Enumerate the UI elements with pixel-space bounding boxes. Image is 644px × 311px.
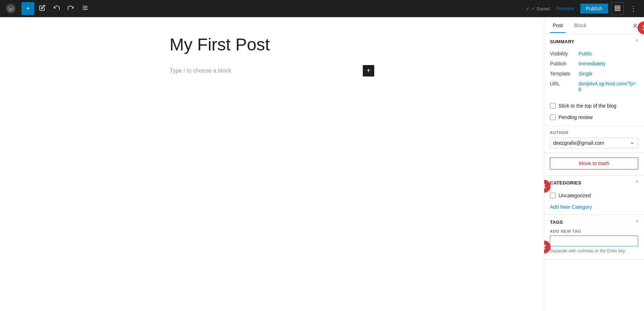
author-section-label: AUTHOR (550, 130, 638, 135)
undo-icon (53, 5, 60, 13)
preview-button[interactable]: Preview (552, 4, 577, 14)
tags-section: Tags ^ ADD NEW TAG Separate with commas … (544, 215, 644, 260)
summary-header[interactable]: Summary ^ (544, 34, 644, 49)
visibility-value[interactable]: Public (579, 51, 592, 56)
editor-area: My First Post Type / to choose a block + (0, 17, 544, 311)
block-placeholder[interactable]: Type / to choose a block + (170, 64, 374, 78)
categories-body: Uncategorized Add New Category (544, 190, 644, 214)
tags-header[interactable]: Tags ^ (544, 215, 644, 229)
pending-label[interactable]: Pending review (558, 114, 593, 120)
trash-section: Move to trash (544, 153, 644, 176)
url-row: URL donjetv4.sg-host.com/?p=8 (550, 79, 638, 94)
categories-collapse-icon: ^ (636, 180, 638, 186)
tab-block[interactable]: Block (571, 19, 589, 33)
saved-label: ✓ Saved (531, 6, 550, 11)
saved-indicator: ✓ ✓ Saved (526, 6, 550, 11)
add-new-category-link[interactable]: Add New Category (550, 204, 592, 210)
uncategorized-row: Uncategorized (550, 190, 638, 201)
topbar-right: ✓ ✓ Saved Preview Publish ⋮ (526, 2, 640, 15)
tools-button[interactable] (36, 2, 49, 15)
uncategorized-label[interactable]: Uncategorized (558, 193, 591, 198)
stick-label[interactable]: Stick to the top of the blog (558, 103, 616, 109)
stick-checkbox-row: Stick to the top of the blog (544, 100, 644, 112)
pencil-icon (39, 5, 45, 13)
svg-rect-7 (615, 9, 617, 10)
categories-header[interactable]: Categories ^ (544, 176, 644, 190)
tags-title: Tags (550, 219, 563, 225)
add-new-tag-label: ADD NEW TAG (550, 229, 638, 233)
redo-icon (68, 5, 74, 13)
template-row: Template Single (550, 69, 638, 79)
uncategorized-checkbox[interactable] (550, 193, 556, 198)
visibility-row: Visibility Public (550, 49, 638, 59)
tab-post[interactable]: Post (550, 19, 566, 33)
publish-row: Publish Immediately (550, 59, 638, 69)
author-section: AUTHOR deezgrafix@gmail.com (544, 126, 644, 153)
main-area: My First Post Type / to choose a block +… (0, 17, 644, 311)
wp-logo[interactable]: W (4, 2, 17, 15)
summary-collapse-icon: ^ (636, 39, 638, 44)
summary-title: Summary (550, 39, 575, 44)
publish-button[interactable]: Publish (580, 4, 608, 14)
check-icon: ✓ (526, 6, 530, 11)
publish-summary-value[interactable]: Immediately (579, 61, 605, 66)
tags-body: ADD NEW TAG Separate with commas or the … (544, 229, 644, 259)
summary-section: Summary ^ Visibility Public Publish Imme… (544, 34, 644, 126)
svg-rect-5 (615, 6, 617, 8)
editor-content: My First Post Type / to choose a block + (161, 34, 383, 78)
template-value[interactable]: Single (579, 71, 592, 76)
list-view-button[interactable] (79, 2, 92, 15)
add-new-tag-input[interactable] (550, 236, 638, 246)
svg-rect-8 (618, 9, 620, 10)
sidebar: 1 2 3 Post Block ✕ Summary ^ Visibility … (544, 17, 644, 311)
topbar: W + (0, 0, 644, 17)
settings-button[interactable] (611, 2, 624, 15)
undo-button[interactable] (50, 2, 63, 15)
categories-title: Categories (550, 180, 581, 186)
redo-button[interactable] (64, 2, 77, 15)
more-icon: ⋮ (630, 4, 637, 13)
url-value[interactable]: donjetv4.sg-host.com/?p=8 (579, 81, 638, 92)
stick-checkbox[interactable] (550, 103, 556, 109)
tags-hint: Separate with commas or the Enter key. (550, 248, 638, 253)
categories-section: Categories ^ Uncategorized Add New Categ… (544, 176, 644, 215)
placeholder-text: Type / to choose a block (170, 68, 231, 74)
more-options-button[interactable]: ⋮ (627, 2, 640, 15)
url-label: URL (550, 81, 579, 87)
add-block-inline-icon: + (366, 66, 371, 75)
publish-summary-label: Publish (550, 61, 579, 66)
tags-collapse-icon: ^ (636, 219, 638, 225)
author-select[interactable]: deezgrafix@gmail.com (550, 138, 638, 148)
move-to-trash-button[interactable]: Move to trash (550, 157, 638, 169)
pending-checkbox-row: Pending review (544, 112, 644, 123)
svg-text:W: W (9, 6, 13, 11)
pending-checkbox[interactable] (550, 114, 556, 120)
svg-rect-6 (618, 6, 620, 8)
add-block-topbar-button[interactable]: + (21, 2, 34, 15)
visibility-label: Visibility (550, 51, 579, 56)
summary-body: Visibility Public Publish Immediately Te… (544, 49, 644, 100)
sidebar-tabs: Post Block ✕ (544, 17, 644, 34)
list-icon (82, 5, 88, 13)
settings-icon (614, 5, 621, 13)
add-block-inline-button[interactable]: + (363, 65, 374, 76)
sidebar-close-button[interactable]: ✕ (632, 22, 638, 29)
template-label: Template (550, 71, 579, 76)
post-title-heading: My First Post (170, 34, 374, 55)
